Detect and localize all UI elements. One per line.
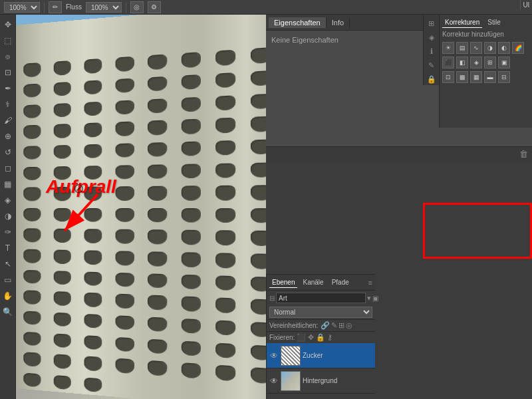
tab-korrekturen[interactable]: Korrekturen xyxy=(442,17,482,28)
lasso-tool[interactable]: ⌾ xyxy=(1,49,15,64)
dodge-tool[interactable]: ◑ xyxy=(1,209,15,223)
hole xyxy=(84,271,102,286)
layer-name-hintergrund: Hintergrund xyxy=(303,377,372,384)
text-tool[interactable]: T xyxy=(1,241,15,255)
hole xyxy=(24,270,41,284)
fluss-value[interactable]: 100% xyxy=(86,2,122,13)
hole xyxy=(148,273,167,289)
hole xyxy=(182,230,201,245)
hole xyxy=(251,47,266,64)
hole xyxy=(53,103,70,118)
path-select-tool[interactable]: ↖ xyxy=(1,257,15,271)
eyedropper-tool[interactable]: ✒ xyxy=(1,81,15,96)
layers-filter-toggle-icon[interactable]: ⊟ xyxy=(269,295,275,302)
layers-list: 👁 Zucker 👁 Hintergrund xyxy=(267,343,375,399)
gradientmap-icon[interactable]: ▬ xyxy=(484,71,496,83)
layers-search-dropdown-icon[interactable]: ▾ xyxy=(367,294,371,303)
tab-info[interactable]: Info xyxy=(327,17,350,28)
hole xyxy=(148,76,167,92)
airbrush-icon-btn[interactable]: ◎ xyxy=(130,1,144,13)
selectivecolor-icon[interactable]: ⊟ xyxy=(498,71,510,83)
strip-icon-1[interactable]: ⊞ xyxy=(425,17,438,29)
tab-ebenen[interactable]: Ebenen xyxy=(269,277,297,288)
posterize-icon[interactable]: ▩ xyxy=(456,71,468,83)
select-tool[interactable]: ⬚ xyxy=(1,33,15,48)
colorlookup-icon[interactable]: ▣ xyxy=(498,57,510,68)
trash-icon[interactable]: 🗑 xyxy=(519,149,528,159)
blend-icon-2[interactable]: ✎ xyxy=(331,321,337,330)
layers-header-tabs: Ebenen Kanäle Pfade ≡ xyxy=(267,275,375,291)
layer-item-hintergrund[interactable]: 👁 Hintergrund xyxy=(267,368,375,394)
gradient-tool[interactable]: ▦ xyxy=(1,177,15,192)
hole xyxy=(116,100,134,115)
fluss-dropdown[interactable]: 100% xyxy=(86,2,122,13)
pen-tool[interactable]: ✑ xyxy=(1,225,15,239)
layer-thumb-zucker xyxy=(281,346,301,366)
strip-icon-5[interactable]: 🔒 xyxy=(425,73,438,85)
hole xyxy=(215,208,235,223)
layers-mode-select[interactable]: Normal xyxy=(269,307,372,318)
hole xyxy=(24,229,41,243)
blend-icon-4[interactable]: ◎ xyxy=(346,321,352,330)
history-tool[interactable]: ↺ xyxy=(1,145,15,160)
exposure-icon[interactable]: ◑ xyxy=(484,42,496,54)
settings-icon-btn[interactable]: ⚙ xyxy=(148,1,161,13)
brush-icon-btn[interactable]: ✏ xyxy=(49,1,62,13)
layer-visibility-zucker[interactable]: 👁 xyxy=(269,351,279,360)
tab-stile[interactable]: Stile xyxy=(485,17,503,28)
invert-icon[interactable]: ⊡ xyxy=(442,71,454,83)
fix-icon-3[interactable]: 🔒 xyxy=(316,333,325,342)
zoom-tool[interactable]: 🔍 xyxy=(1,305,15,319)
strip-icon-2[interactable]: ◈ xyxy=(425,31,438,43)
colorbalance-icon[interactable]: ⬛ xyxy=(442,57,454,68)
threshold-icon[interactable]: ▦ xyxy=(470,71,482,83)
tab-pfade[interactable]: Pfade xyxy=(329,277,352,287)
clone-tool[interactable]: ⊕ xyxy=(1,129,15,144)
strip-icon-3[interactable]: ℹ xyxy=(425,45,438,57)
zoom-control[interactable]: 100% xyxy=(4,2,40,13)
layer-visibility-hintergrund[interactable]: 👁 xyxy=(269,376,279,386)
ul-corner-label: Ul xyxy=(520,0,532,10)
hole xyxy=(182,74,201,90)
eraser-tool[interactable]: ◻ xyxy=(1,161,15,176)
tab-eigenschaften[interactable]: Eigenschaften xyxy=(269,17,327,28)
tab-kanaele[interactable]: Kanäle xyxy=(300,277,326,287)
layers-search-input[interactable] xyxy=(276,293,366,303)
hole xyxy=(215,253,235,268)
move-tool[interactable]: ✥ xyxy=(1,17,15,32)
blend-icon-1[interactable]: 🔗 xyxy=(321,321,330,330)
vibrance-icon[interactable]: ◐ xyxy=(498,42,510,54)
bw-icon[interactable]: ◧ xyxy=(456,57,468,68)
levels-icon[interactable]: ▤ xyxy=(456,42,468,54)
curves-icon[interactable]: ∿ xyxy=(470,42,482,54)
thumb-hintergrund-fill xyxy=(281,372,300,390)
heal-tool[interactable]: ⚕ xyxy=(1,97,15,112)
hand-tool[interactable]: ✋ xyxy=(1,289,15,303)
hole xyxy=(24,208,41,222)
hole xyxy=(116,294,134,309)
hole xyxy=(24,188,41,201)
hole xyxy=(116,57,134,72)
hole xyxy=(53,375,70,390)
strip-icon-4[interactable]: ✎ xyxy=(425,59,438,71)
brush-tool[interactable]: 🖌 xyxy=(1,113,15,128)
shape-tool[interactable]: ▭ xyxy=(1,273,15,287)
layer-item-zucker[interactable]: 👁 Zucker xyxy=(267,343,375,368)
hsl-icon[interactable]: 🌈 xyxy=(512,42,524,54)
zoom-dropdown[interactable]: 100% xyxy=(4,2,40,13)
fix-icon-1[interactable]: ⬛ xyxy=(297,333,306,342)
blend-icon-3[interactable]: ⊞ xyxy=(338,321,344,330)
svg-line-1 xyxy=(65,194,98,231)
right-panels: Eigenschaften Info >> ≡ Keine Eigenschaf… xyxy=(266,15,532,399)
blur-tool[interactable]: ◈ xyxy=(1,193,15,207)
canvas-area: Aufprall ⊘ xyxy=(16,15,266,399)
channelmixer-icon[interactable]: ⊞ xyxy=(484,57,496,68)
crop-tool[interactable]: ⊡ xyxy=(1,65,15,80)
fix-icon-4[interactable]: ⚷ xyxy=(327,333,332,342)
layers-panel-expand-icon[interactable]: ≡ xyxy=(368,279,372,287)
layers-filter-active-icon[interactable]: ▣ xyxy=(372,295,378,302)
photofilter-icon[interactable]: ◈ xyxy=(470,57,482,68)
brightness-contrast-icon[interactable]: ☀ xyxy=(442,42,454,54)
fix-icon-2[interactable]: ✥ xyxy=(308,333,314,342)
no-symbol-icon: ⊘ xyxy=(73,180,84,196)
